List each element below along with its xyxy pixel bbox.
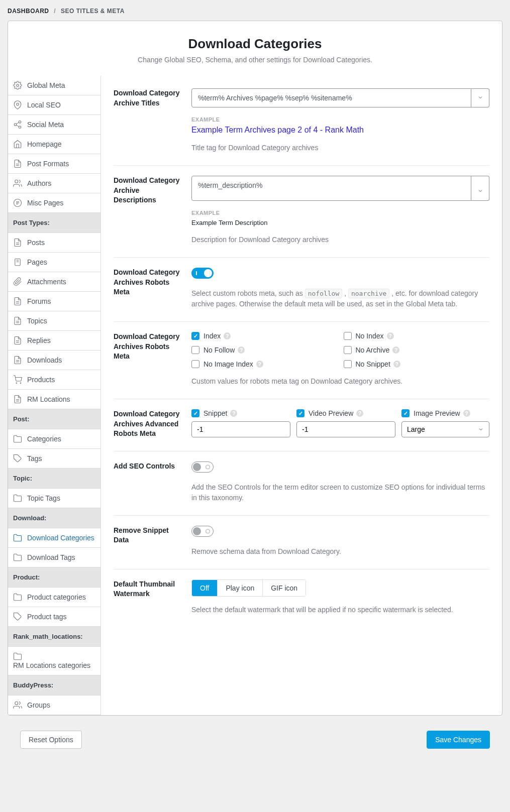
folder-icon bbox=[13, 494, 22, 503]
cart-icon bbox=[13, 375, 22, 384]
help-icon[interactable]: ? bbox=[387, 332, 394, 339]
help-icon[interactable]: ? bbox=[392, 346, 399, 354]
watermark-option-off[interactable]: Off bbox=[192, 580, 218, 596]
panel-header: Download Categories Change Global SEO, S… bbox=[8, 21, 502, 76]
doc-icon bbox=[13, 159, 22, 168]
sidebar-item-tags[interactable]: Tags bbox=[8, 449, 100, 469]
sidebar-item-label: Post Formats bbox=[27, 160, 69, 168]
help-icon[interactable]: ? bbox=[393, 361, 400, 368]
checkbox-label: No Index bbox=[356, 332, 384, 340]
help-icon[interactable]: ? bbox=[224, 332, 231, 339]
breadcrumb-dashboard[interactable]: DASHBOARD bbox=[8, 8, 49, 15]
sidebar-item-local-seo[interactable]: Local SEO bbox=[8, 95, 100, 115]
checkbox-no-index[interactable] bbox=[344, 332, 352, 340]
watermark-help: Select the default watermark that will b… bbox=[191, 605, 489, 615]
sidebar-item-categories[interactable]: Categories bbox=[8, 429, 100, 449]
folder-icon bbox=[13, 593, 22, 602]
sidebar-item-forums[interactable]: Forums bbox=[8, 292, 100, 311]
sidebar-item-topics[interactable]: Topics bbox=[8, 311, 100, 331]
sidebar-item-product-tags[interactable]: Product tags bbox=[8, 607, 100, 627]
sidebar-item-label: Attachments bbox=[27, 278, 66, 286]
help-icon[interactable]: ? bbox=[238, 346, 245, 354]
sidebar-item-rm-locations[interactable]: RM Locations bbox=[8, 390, 100, 409]
sidebar-item-label: Products bbox=[27, 376, 55, 384]
image-preview-select[interactable]: Large bbox=[401, 421, 489, 437]
sidebar-item-products[interactable]: Products bbox=[8, 370, 100, 390]
archive-desc-help: Description for Download Category archiv… bbox=[191, 235, 489, 245]
archive-titles-label: Download Category Archive Titles bbox=[114, 88, 191, 153]
nofollow-code: nofollow bbox=[305, 289, 343, 298]
checkbox-label: No Follow bbox=[203, 346, 235, 354]
sidebar-item-label: Misc Pages bbox=[27, 199, 63, 207]
example-label: EXAMPLE bbox=[191, 210, 489, 216]
settings-panel: Download Categories Change Global SEO, S… bbox=[8, 21, 502, 716]
sidebar-item-authors[interactable]: Authors bbox=[8, 174, 100, 193]
sidebar-item-misc-pages[interactable]: Misc Pages bbox=[8, 193, 100, 213]
checkbox-label: No Image Index bbox=[203, 360, 253, 368]
sidebar-item-homepage[interactable]: Homepage bbox=[8, 135, 100, 154]
sidebar-item-rm-locations-categories[interactable]: RM Locations categories bbox=[8, 647, 100, 675]
sidebar-item-groups[interactable]: Groups bbox=[8, 695, 100, 715]
checkbox-index[interactable] bbox=[191, 332, 199, 340]
sidebar-item-download-categories[interactable]: Download Categories bbox=[8, 528, 100, 548]
archive-titles-dropdown[interactable] bbox=[471, 88, 489, 107]
sidebar-item-download-tags[interactable]: Download Tags bbox=[8, 548, 100, 567]
archive-desc-input[interactable]: %term_description% bbox=[191, 176, 471, 201]
breadcrumb-current: SEO TITLES & META bbox=[61, 8, 125, 15]
sidebar-item-post-formats[interactable]: Post Formats bbox=[8, 154, 100, 174]
chevron-down-icon bbox=[477, 94, 483, 102]
gear-icon bbox=[13, 81, 22, 90]
watermark-label: Default Thumbnail Watermark bbox=[114, 579, 191, 615]
doc-icon bbox=[13, 336, 22, 345]
sidebar-item-topic-tags[interactable]: Topic Tags bbox=[8, 489, 100, 508]
seo-controls-help: Add the SEO Controls for the term editor… bbox=[191, 482, 489, 503]
sidebar-item-replies[interactable]: Replies bbox=[8, 331, 100, 351]
sidebar-section-heading: Product: bbox=[8, 567, 100, 588]
folder-icon bbox=[13, 434, 22, 443]
save-button[interactable]: Save Changes bbox=[427, 731, 490, 749]
sidebar-item-downloads[interactable]: Downloads bbox=[8, 351, 100, 370]
checkbox-no-image-index[interactable] bbox=[191, 360, 199, 368]
help-icon[interactable]: ? bbox=[463, 410, 470, 417]
sidebar-item-posts[interactable]: Posts bbox=[8, 233, 100, 253]
robots-toggle[interactable] bbox=[191, 268, 214, 279]
home-icon bbox=[13, 140, 22, 149]
checkbox-label: No Snippet bbox=[356, 360, 390, 368]
archive-desc-dropdown[interactable] bbox=[471, 176, 489, 201]
checkbox-no-snippet[interactable] bbox=[344, 360, 352, 368]
archive-desc-example: Example Term Description bbox=[191, 219, 489, 226]
video-preview-input[interactable] bbox=[296, 421, 395, 437]
checkbox-snippet[interactable] bbox=[191, 409, 199, 417]
sidebar-item-pages[interactable]: Pages bbox=[8, 253, 100, 272]
remove-snippet-toggle[interactable] bbox=[191, 526, 214, 537]
help-icon[interactable]: ? bbox=[356, 410, 363, 417]
watermark-option-gif-icon[interactable]: GIF icon bbox=[263, 580, 305, 596]
sidebar-item-social-meta[interactable]: Social Meta bbox=[8, 115, 100, 135]
pin-icon bbox=[13, 100, 22, 109]
chevron-down-icon bbox=[477, 187, 483, 195]
archive-titles-input[interactable] bbox=[191, 88, 471, 107]
checkbox-image-preview[interactable] bbox=[401, 409, 410, 417]
sidebar-section-heading: Topic: bbox=[8, 469, 100, 489]
checkbox-video-preview[interactable] bbox=[296, 409, 304, 417]
folder-icon bbox=[13, 533, 22, 542]
checkbox-label: Snippet bbox=[203, 409, 227, 417]
seo-controls-toggle[interactable] bbox=[191, 461, 214, 473]
sidebar-item-attachments[interactable]: Attachments bbox=[8, 272, 100, 292]
help-icon[interactable]: ? bbox=[256, 361, 263, 368]
reset-button[interactable]: Reset Options bbox=[20, 731, 82, 749]
page-title: Download Categories bbox=[18, 36, 492, 52]
sidebar-item-product-categories[interactable]: Product categories bbox=[8, 588, 100, 607]
sidebar-section-heading: Post Types: bbox=[8, 213, 100, 233]
checkbox-no-follow[interactable] bbox=[191, 346, 199, 354]
doc-icon bbox=[13, 238, 22, 247]
sidebar-item-label: Topics bbox=[27, 317, 47, 325]
sidebar-item-global-meta[interactable]: Global Meta bbox=[8, 76, 100, 95]
watermark-option-play-icon[interactable]: Play icon bbox=[218, 580, 263, 596]
sidebar-item-label: Social Meta bbox=[27, 121, 64, 129]
sidebar-item-label: Topic Tags bbox=[27, 494, 60, 502]
help-icon[interactable]: ? bbox=[230, 410, 237, 417]
snippet-input[interactable] bbox=[191, 421, 290, 437]
checkbox-no-archive[interactable] bbox=[344, 346, 352, 354]
sidebar-item-label: Tags bbox=[27, 454, 42, 462]
